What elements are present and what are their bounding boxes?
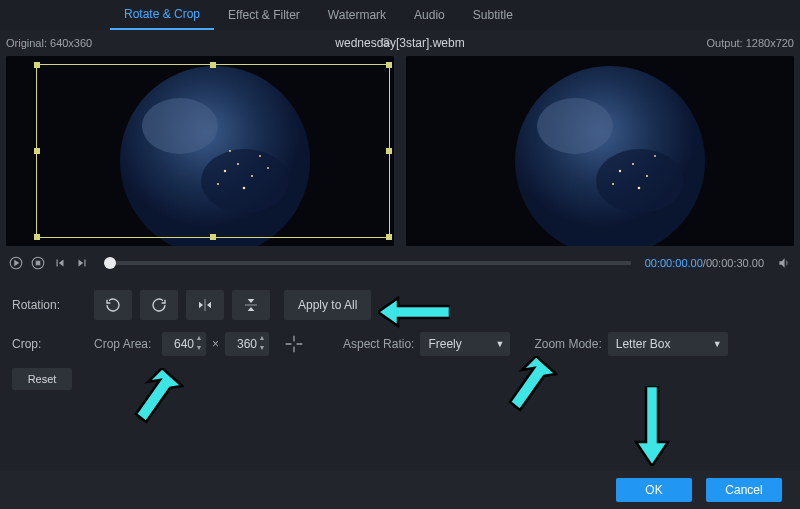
svg-point-21 bbox=[638, 187, 641, 190]
original-video[interactable] bbox=[6, 56, 394, 246]
tab-audio[interactable]: Audio bbox=[400, 0, 459, 30]
crop-h-down-icon[interactable]: ▼ bbox=[257, 343, 267, 352]
annotation-arrow bbox=[632, 386, 672, 466]
tab-rotate-crop[interactable]: Rotate & Crop bbox=[110, 0, 214, 30]
output-video bbox=[406, 56, 794, 246]
apply-to-all-button[interactable]: Apply to All bbox=[284, 290, 371, 320]
crop-handle-br[interactable] bbox=[386, 234, 392, 240]
crop-width-input[interactable]: 640▲▼ bbox=[162, 332, 206, 356]
crop-w-down-icon[interactable]: ▼ bbox=[194, 343, 204, 352]
prev-frame-icon[interactable] bbox=[52, 255, 68, 271]
svg-marker-24 bbox=[15, 261, 18, 266]
svg-point-20 bbox=[646, 175, 648, 177]
footer: OK Cancel bbox=[0, 471, 800, 509]
crop-handle-tl[interactable] bbox=[34, 62, 40, 68]
svg-marker-30 bbox=[248, 307, 255, 311]
crop-handle-tr[interactable] bbox=[386, 62, 392, 68]
filename-label: wednesday[3star].webm bbox=[335, 36, 464, 50]
zoom-mode-select[interactable]: Letter Box▼ bbox=[608, 332, 728, 356]
tab-subtitle[interactable]: Subtitle bbox=[459, 0, 527, 30]
settings-panel: Rotation: Apply to All Crop: Crop Area: … bbox=[0, 276, 800, 390]
chevron-down-icon: ▼ bbox=[713, 339, 722, 349]
previews-row: wednesday[3star].webm Original: 640x360 bbox=[0, 30, 800, 250]
svg-marker-28 bbox=[207, 302, 211, 309]
svg-rect-26 bbox=[36, 261, 40, 265]
crop-handle-bm[interactable] bbox=[210, 234, 216, 240]
svg-point-22 bbox=[654, 155, 656, 157]
svg-marker-34 bbox=[636, 386, 668, 466]
flip-vertical-button[interactable] bbox=[232, 290, 270, 320]
rotate-cw-button[interactable] bbox=[140, 290, 178, 320]
next-frame-icon[interactable] bbox=[74, 255, 90, 271]
crop-area-label: Crop Area: bbox=[94, 337, 162, 351]
ok-button[interactable]: OK bbox=[616, 478, 692, 502]
crop-handle-tm[interactable] bbox=[210, 62, 216, 68]
volume-icon[interactable] bbox=[776, 255, 792, 271]
svg-point-15 bbox=[537, 98, 613, 154]
flip-horizontal-button[interactable] bbox=[186, 290, 224, 320]
svg-point-17 bbox=[619, 170, 621, 172]
crop-handle-mr[interactable] bbox=[386, 148, 392, 154]
playback-controls: 00:00:00.00/00:00:30.00 bbox=[0, 250, 800, 276]
crop-height-input[interactable]: 360▲▼ bbox=[225, 332, 269, 356]
rotation-label: Rotation: bbox=[12, 298, 94, 312]
original-size-label: Original: 640x360 bbox=[6, 37, 92, 49]
crop-w-up-icon[interactable]: ▲ bbox=[194, 333, 204, 342]
tab-watermark[interactable]: Watermark bbox=[314, 0, 400, 30]
timeline-slider[interactable] bbox=[104, 261, 631, 265]
playhead[interactable] bbox=[104, 257, 116, 269]
crop-section-label: Crop: bbox=[12, 337, 94, 351]
zoom-mode-label: Zoom Mode: bbox=[534, 337, 601, 351]
output-size-label: Output: 1280x720 bbox=[707, 37, 794, 49]
preview-original: Original: 640x360 bbox=[0, 30, 400, 250]
chevron-down-icon: ▼ bbox=[495, 339, 504, 349]
center-crop-button[interactable] bbox=[279, 332, 309, 356]
svg-marker-27 bbox=[199, 302, 203, 309]
aspect-ratio-select[interactable]: Freely▼ bbox=[420, 332, 510, 356]
time-display: 00:00:00.00/00:00:30.00 bbox=[645, 257, 764, 269]
cancel-button[interactable]: Cancel bbox=[706, 478, 782, 502]
crop-h-up-icon[interactable]: ▲ bbox=[257, 333, 267, 342]
multiply-icon: × bbox=[212, 337, 219, 351]
aspect-ratio-label: Aspect Ratio: bbox=[343, 337, 414, 351]
tab-effect-filter[interactable]: Effect & Filter bbox=[214, 0, 314, 30]
crop-handle-ml[interactable] bbox=[34, 148, 40, 154]
play-icon[interactable] bbox=[8, 255, 24, 271]
svg-marker-29 bbox=[248, 299, 255, 303]
svg-point-16 bbox=[596, 149, 684, 213]
svg-point-19 bbox=[612, 183, 614, 185]
rotate-ccw-button[interactable] bbox=[94, 290, 132, 320]
svg-point-18 bbox=[632, 163, 634, 165]
crop-handle-bl[interactable] bbox=[34, 234, 40, 240]
stop-icon[interactable] bbox=[30, 255, 46, 271]
preview-output: Output: 1280x720 bbox=[400, 30, 800, 250]
reset-button[interactable]: Reset bbox=[12, 368, 72, 390]
tabs-bar: Rotate & Crop Effect & Filter Watermark … bbox=[0, 0, 800, 30]
crop-rectangle[interactable] bbox=[36, 64, 390, 238]
